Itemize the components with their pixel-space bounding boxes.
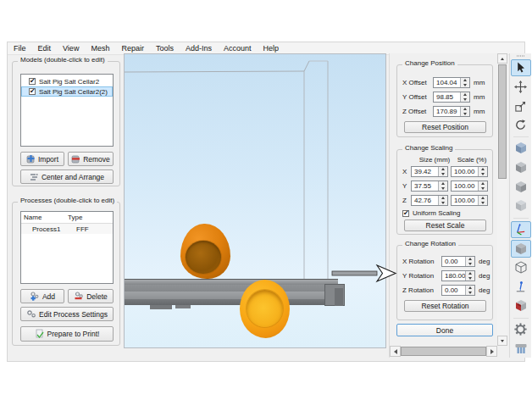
support-placement-tool[interactable] [511, 278, 531, 296]
menu-help[interactable]: Help [258, 44, 285, 53]
add-button-label: Add [42, 292, 55, 301]
menu-edit[interactable]: Edit [32, 44, 58, 53]
scale-z-row: Z 42.76 100.00 [402, 195, 488, 206]
processes-table-header: Name Type [21, 212, 113, 224]
y-offset-spinbox[interactable]: 98.85 [433, 92, 470, 103]
print-check-icon [35, 329, 45, 339]
spinner-arrows[interactable] [465, 286, 474, 295]
cube-blue-icon [514, 142, 528, 155]
panel-vscrollbar[interactable] [497, 53, 507, 346]
panel-hscrollbar[interactable] [390, 346, 497, 357]
rotate-tool[interactable] [511, 117, 531, 135]
x-rotation-unit: deg [479, 258, 490, 265]
delete-process-button[interactable]: Delete [68, 289, 114, 303]
solid-render-toggle[interactable] [511, 240, 531, 258]
y-size-spinbox[interactable]: 37.55 [411, 181, 448, 192]
process-row[interactable]: Process1 FFF [21, 224, 113, 234]
spinner-arrows[interactable] [478, 196, 487, 205]
view-side-cube[interactable] [511, 178, 531, 196]
center-and-arrange-button[interactable]: Center and Arrange [20, 169, 114, 184]
scroll-thumb[interactable] [498, 64, 507, 179]
y-scale-spinbox[interactable]: 100.00 [451, 181, 488, 192]
z-size-spinbox[interactable]: 42.76 [411, 195, 448, 206]
z-rotation-spinbox[interactable]: 0.00 [441, 285, 475, 296]
move-tool[interactable] [511, 78, 531, 96]
menu-repair[interactable]: Repair [115, 44, 150, 53]
toolbar-separator [513, 136, 529, 137]
spinner-arrows[interactable] [478, 181, 487, 191]
scroll-thumb[interactable] [401, 347, 486, 356]
menu-file[interactable]: File [8, 44, 32, 53]
scroll-left-button[interactable] [390, 346, 401, 357]
col-type[interactable]: Type [68, 214, 82, 221]
edit-process-settings-button[interactable]: Edit Process Settings [20, 307, 114, 321]
spinner-arrows[interactable] [460, 78, 469, 87]
center-arrange-label: Center and Arrange [42, 173, 104, 181]
x-rotation-spinbox[interactable]: 0.00 [441, 256, 475, 267]
menu-view[interactable]: View [57, 44, 85, 53]
import-button[interactable]: Import [20, 152, 64, 166]
y-rotation-unit: deg [479, 272, 490, 280]
toolbar-separator [513, 218, 529, 219]
menu-add-ins[interactable]: Add-Ins [180, 44, 218, 53]
cursor-icon [514, 61, 527, 74]
axis-x-label: X [402, 168, 408, 175]
scroll-down-button[interactable] [497, 336, 507, 346]
z-scale-spinbox[interactable]: 100.00 [451, 195, 488, 206]
wireframe-cube-icon [514, 261, 528, 275]
model-salt-pig-2[interactable] [240, 280, 290, 338]
spinner-arrows[interactable] [465, 257, 474, 266]
scale-tool[interactable] [511, 97, 531, 115]
spinner-arrows[interactable] [465, 271, 474, 281]
reset-position-button[interactable]: Reset Position [404, 121, 486, 133]
reset-scale-button[interactable]: Reset Scale [404, 219, 486, 231]
import-plus-icon [26, 154, 36, 164]
gear-icon [514, 323, 527, 336]
cube-gray-icon [514, 161, 528, 175]
settings-gear-tool[interactable] [511, 321, 531, 339]
model-list-item[interactable]: Salt Pig Salt Cellar2 [21, 76, 113, 86]
y-offset-label: Y Offset [402, 93, 429, 101]
model-checkbox[interactable] [29, 78, 36, 85]
x-offset-spinbox[interactable]: 104.04 [433, 77, 470, 88]
spinner-arrows[interactable] [460, 107, 469, 116]
spinner-arrows[interactable] [438, 181, 447, 191]
menu-mesh[interactable]: Mesh [85, 44, 115, 53]
y-rotation-spinbox[interactable]: 180.00 [441, 270, 475, 281]
add-process-button[interactable]: Add [20, 289, 64, 303]
view-front-cube[interactable] [511, 159, 531, 177]
col-name[interactable]: Name [21, 214, 68, 221]
remove-button[interactable]: Remove [68, 152, 114, 166]
done-button[interactable]: Done [396, 324, 493, 336]
spinner-arrows[interactable] [478, 167, 487, 176]
menu-tools[interactable]: Tools [150, 44, 180, 53]
view-top-cube[interactable] [511, 197, 531, 215]
print-bed-band [125, 292, 328, 299]
wireframe-render-toggle[interactable] [511, 259, 531, 277]
x-scale-spinbox[interactable]: 100.00 [451, 166, 488, 177]
show-axes-toggle[interactable] [511, 221, 531, 239]
prepare-to-print-label: Prepare to Print! [47, 330, 100, 338]
toolbar-grip-handle[interactable] [515, 55, 527, 58]
done-button-label: Done [436, 326, 453, 335]
uniform-scaling-checkbox[interactable] [402, 210, 409, 217]
viewport-3d[interactable] [124, 53, 386, 348]
scroll-up-button[interactable] [497, 53, 507, 64]
view-default-cube[interactable] [511, 140, 531, 158]
z-offset-spinbox[interactable]: 170.89 [433, 106, 470, 117]
app-window: File Edit View Mesh Repair Tools Add-Ins… [7, 42, 525, 362]
scroll-right-button[interactable] [486, 346, 497, 357]
prepare-to-print-button[interactable]: Prepare to Print! [20, 326, 114, 342]
spinner-arrows[interactable] [438, 167, 447, 176]
model-list-item[interactable]: Salt Pig Salt Cellar2(2) [21, 86, 113, 97]
menu-account[interactable]: Account [218, 44, 258, 53]
select-cursor-tool[interactable] [511, 59, 531, 77]
spinner-arrows[interactable] [438, 196, 447, 205]
spinner-arrows[interactable] [460, 92, 469, 102]
change-position-title: Change Position [402, 59, 457, 67]
cross-section-tool[interactable] [511, 297, 531, 315]
x-size-spinbox[interactable]: 39.42 [411, 166, 448, 177]
model-checkbox[interactable] [29, 88, 36, 95]
reset-rotation-button[interactable]: Reset Rotation [404, 300, 486, 312]
machine-control-tool[interactable] [511, 340, 531, 358]
